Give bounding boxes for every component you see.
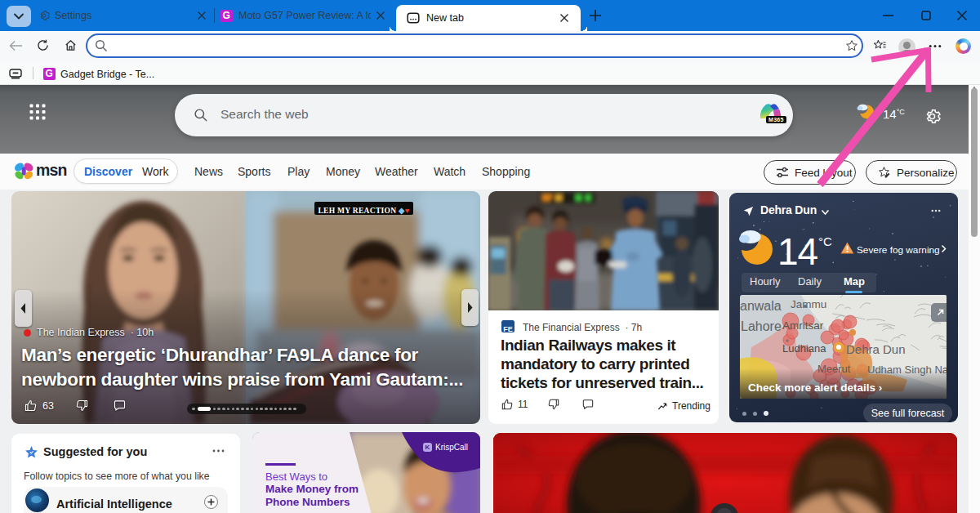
svg-text:anwala: anwala — [740, 299, 782, 313]
svg-text:Dehra Dun: Dehra Dun — [846, 342, 906, 356]
svg-text:Amritsar: Amritsar — [782, 319, 824, 332]
svg-text:Ludhiana: Ludhiana — [782, 342, 826, 355]
svg-text:Jammu: Jammu — [791, 298, 826, 310]
svg-text:Lahore: Lahore — [741, 319, 782, 333]
